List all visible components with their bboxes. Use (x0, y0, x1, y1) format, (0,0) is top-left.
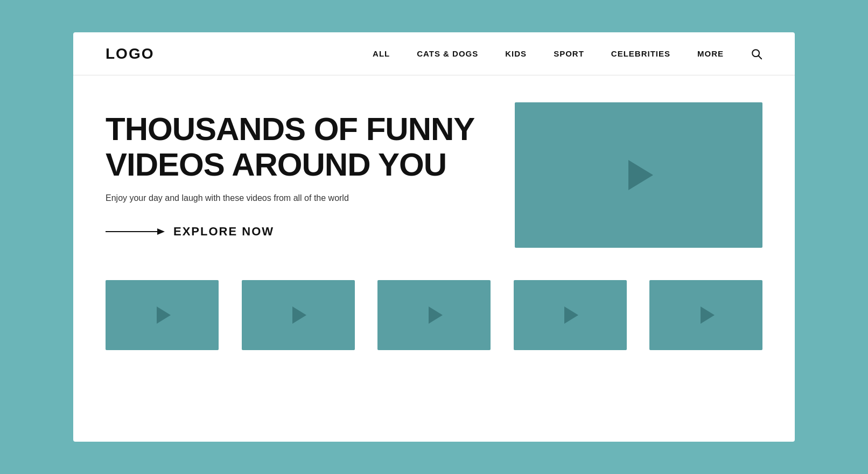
nav-item-cats-dogs[interactable]: CATS & DOGS (417, 49, 478, 58)
video-thumbnail-3[interactable] (377, 280, 491, 350)
hero-text: THOUSANDS OF FUNNY VIDEOS AROUND YOU Enj… (106, 111, 482, 239)
play-icon (292, 306, 306, 324)
search-icon (751, 48, 762, 60)
thumbnails-row (73, 280, 795, 350)
svg-marker-3 (157, 228, 165, 235)
nav-item-celebrities[interactable]: CELEBRITIES (611, 49, 670, 58)
main-card: LOGO ALL CATS & DOGS KIDS SPORT CELEBRIT… (73, 32, 795, 442)
video-thumbnail-4[interactable] (514, 280, 627, 350)
nav-item-all[interactable]: ALL (373, 49, 390, 58)
play-icon (429, 306, 443, 324)
play-icon (701, 306, 715, 324)
play-icon (157, 306, 171, 324)
svg-line-1 (759, 55, 762, 59)
logo: LOGO (106, 45, 154, 62)
nav-item-kids[interactable]: KIDS (505, 49, 527, 58)
play-icon (564, 306, 578, 324)
nav: ALL CATS & DOGS KIDS SPORT CELEBRITIES M… (373, 49, 724, 58)
video-thumbnail-2[interactable] (242, 280, 355, 350)
arrow-icon (106, 227, 165, 236)
nav-item-more[interactable]: MORE (697, 49, 724, 58)
hero-video-thumbnail[interactable] (515, 102, 762, 248)
search-button[interactable] (751, 48, 762, 60)
explore-label: EXPLORE NOW (173, 225, 274, 239)
hero-section: THOUSANDS OF FUNNY VIDEOS AROUND YOU Enj… (73, 75, 795, 275)
hero-title: THOUSANDS OF FUNNY VIDEOS AROUND YOU (106, 111, 482, 183)
header: LOGO ALL CATS & DOGS KIDS SPORT CELEBRIT… (73, 32, 795, 75)
hero-subtitle: Enjoy your day and laugh with these vide… (106, 193, 482, 203)
explore-now-button[interactable]: EXPLORE NOW (106, 225, 274, 239)
video-thumbnail-1[interactable] (106, 280, 219, 350)
nav-item-sport[interactable]: SPORT (554, 49, 584, 58)
page-container: LOGO ALL CATS & DOGS KIDS SPORT CELEBRIT… (0, 0, 868, 474)
play-icon (628, 160, 653, 190)
video-thumbnail-5[interactable] (649, 280, 762, 350)
